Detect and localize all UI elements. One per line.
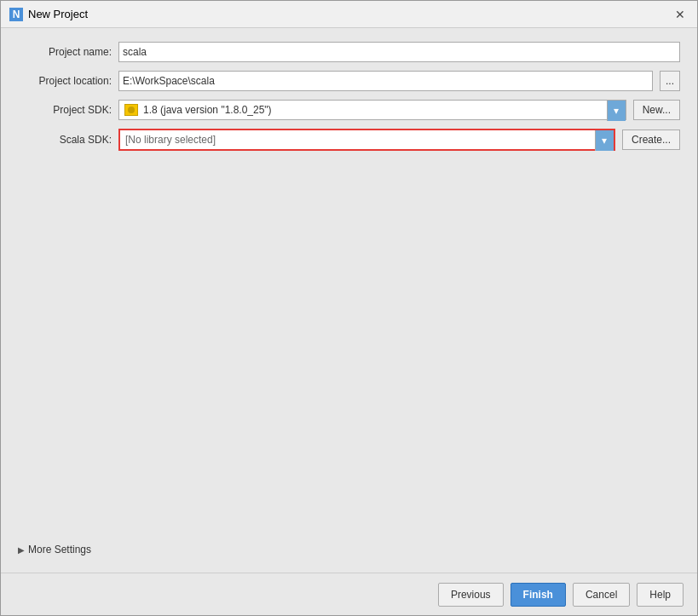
browse-button[interactable]: ... (660, 71, 680, 91)
scala-sdk-label: Scala SDK: (18, 134, 112, 146)
sdk-select-wrapper: 1.8 (java version "1.8.0_25") (118, 100, 626, 120)
dialog-title: New Project (28, 8, 88, 20)
more-settings-arrow: ▶ (18, 545, 25, 555)
scala-sdk-row: Scala SDK: [No library selected] Create.… (18, 129, 680, 151)
spacer (18, 159, 680, 532)
scala-sdk-value: [No library selected] (120, 130, 595, 149)
project-location-row: Project location: ... (18, 71, 680, 91)
sdk-version-text: 1.8 (java version "1.8.0_25") (143, 104, 602, 116)
scala-sdk-wrapper: [No library selected] (118, 129, 615, 151)
cancel-button[interactable]: Cancel (573, 583, 630, 607)
sdk-dropdown-button[interactable] (607, 101, 626, 121)
project-name-row: Project name: (18, 42, 680, 62)
new-sdk-button[interactable]: New... (633, 100, 680, 120)
project-sdk-label: Project SDK: (18, 104, 112, 116)
scala-sdk-dropdown-button[interactable] (595, 130, 614, 151)
project-name-label: Project name: (18, 46, 112, 58)
sdk-content: 1.8 (java version "1.8.0_25") (119, 101, 607, 119)
more-settings-label: More Settings (28, 544, 91, 556)
project-sdk-row: Project SDK: 1.8 (java version "1.8.0_25… (18, 100, 680, 120)
close-button[interactable]: ✕ (672, 6, 689, 23)
project-name-input[interactable] (118, 42, 680, 62)
dialog-icon: N (9, 8, 23, 21)
more-settings[interactable]: ▶ More Settings (18, 540, 680, 559)
new-project-dialog: N New Project ✕ Project name: Project lo… (0, 0, 698, 616)
project-location-label: Project location: (18, 75, 112, 87)
sdk-icon (124, 104, 138, 116)
create-button[interactable]: Create... (622, 130, 680, 150)
help-button[interactable]: Help (637, 583, 684, 607)
title-bar: N New Project ✕ (1, 1, 697, 28)
title-bar-left: N New Project (9, 8, 88, 21)
bottom-bar: Previous Finish Cancel Help (1, 573, 697, 615)
previous-button[interactable]: Previous (438, 583, 504, 607)
project-location-input[interactable] (118, 71, 653, 91)
form-content: Project name: Project location: ... Proj… (1, 28, 697, 573)
finish-button[interactable]: Finish (511, 583, 566, 607)
